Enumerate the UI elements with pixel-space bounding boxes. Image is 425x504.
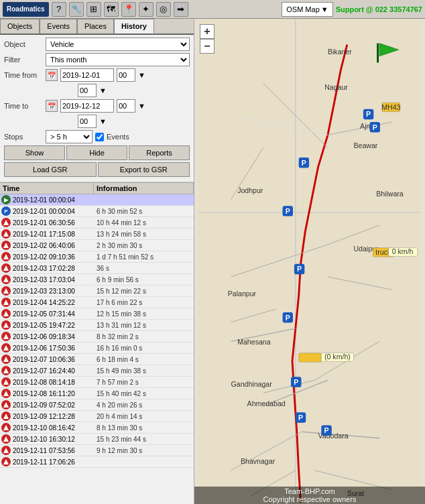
row-info: 7 h 57 min 2 s xyxy=(97,379,192,386)
svg-marker-6 xyxy=(3,288,9,294)
row-time: 2019-12-06 09:18:34 xyxy=(13,333,97,340)
svg-marker-3 xyxy=(3,254,9,259)
table-row[interactable]: 2019-12-01 06:30:5610 h 44 min 12 s xyxy=(0,217,194,229)
calendar-from-icon[interactable]: 📅 xyxy=(46,69,58,81)
svg-text:P: P xyxy=(298,414,303,422)
table-row[interactable]: 2019-12-10 16:30:1215 h 23 min 44 s xyxy=(0,434,194,445)
row-time: 2019-12-09 07:52:02 xyxy=(13,401,97,409)
circle-icon[interactable]: ◎ xyxy=(156,2,171,17)
hide-button[interactable]: Hide xyxy=(66,145,127,160)
table-row[interactable]: 2019-12-08 08:14:187 h 57 min 2 s xyxy=(0,377,194,388)
table-row[interactable]: 2019-12-04 14:25:2217 h 6 min 22 s xyxy=(0,297,194,308)
table-row[interactable]: 2019-12-06 17:50:3616 h 16 min 0 s xyxy=(0,342,194,354)
table-row[interactable]: 2019-12-11 17:06:26 xyxy=(0,456,194,468)
tab-events[interactable]: Events xyxy=(40,19,77,34)
show-button[interactable]: Show xyxy=(4,145,65,160)
pin-icon[interactable]: 📍 xyxy=(121,2,136,17)
nav-icon[interactable]: 🗺 xyxy=(104,2,119,17)
svg-text:(0 km/h): (0 km/h) xyxy=(324,353,351,361)
help-icon[interactable]: ? xyxy=(52,2,66,17)
row-info: 8 h 32 min 2 s xyxy=(97,333,192,340)
table-row[interactable]: 2019-12-08 16:11:2015 h 40 min 42 s xyxy=(0,388,194,399)
row-time: 2019-12-06 17:50:36 xyxy=(13,344,97,352)
svg-text:Bikaner: Bikaner xyxy=(328,48,352,56)
time-from-h-input[interactable] xyxy=(117,68,135,82)
map-svg: Bikaner Nagaur Ajmer Beawar Jodhpur Bhil… xyxy=(194,19,425,504)
table-row[interactable]: 2019-12-02 09:10:361 d 7 h 51 min 52 s xyxy=(0,251,194,263)
row-time: 2019-12-01 00:00:04 xyxy=(13,196,97,204)
date-to-input[interactable] xyxy=(60,99,114,113)
svg-text:MH43: MH43 xyxy=(381,103,400,111)
table-row[interactable]: 2019-12-03 17:03:046 h 9 min 56 s xyxy=(0,274,194,286)
row-icon xyxy=(1,286,11,296)
row-info: 16 h 16 min 0 s xyxy=(97,344,192,352)
row-time: 2019-12-03 23:13:00 xyxy=(13,288,97,295)
data-rows[interactable]: ▶2019-12-01 00:00:04P2019-12-01 00:00:04… xyxy=(0,194,194,504)
row-time: 2019-12-07 10:06:36 xyxy=(13,356,97,363)
grid-icon[interactable]: ⊞ xyxy=(86,2,101,17)
date-from-input[interactable] xyxy=(60,68,114,82)
table-row[interactable]: 2019-12-02 06:40:062 h 30 min 30 s xyxy=(0,240,194,251)
row-time: 2019-12-08 08:14:18 xyxy=(13,379,97,386)
main-layout: Objects Events Places History Object Veh… xyxy=(0,19,425,504)
row-time: 2019-12-04 14:25:22 xyxy=(13,299,97,306)
tools-icon[interactable]: 🔧 xyxy=(69,2,84,17)
table-row[interactable]: 2019-12-03 23:13:0015 h 12 min 22 s xyxy=(0,286,194,297)
row-icon xyxy=(1,366,11,375)
star-icon[interactable]: ✦ xyxy=(139,2,154,17)
table-row[interactable]: 2019-12-01 17:15:0813 h 24 min 58 s xyxy=(0,229,194,240)
svg-marker-19 xyxy=(3,436,9,442)
time-to-m-input[interactable] xyxy=(78,115,97,128)
table-row[interactable]: 2019-12-07 16:24:4015 h 49 min 38 s xyxy=(0,365,194,377)
tab-history[interactable]: History xyxy=(114,19,154,34)
svg-text:P: P xyxy=(373,123,377,131)
svg-marker-4 xyxy=(3,265,9,271)
table-row[interactable]: 2019-12-05 07:31:4412 h 15 min 38 s xyxy=(0,308,194,320)
support-text: Support @ 022 33574767 xyxy=(336,5,422,13)
stops-label: Stops xyxy=(4,133,43,141)
table-row[interactable]: P2019-12-01 00:00:046 h 30 min 52 s xyxy=(0,206,194,217)
watermark-line1: Team-BHP.com xyxy=(197,487,422,495)
row-info: 12 h 15 min 38 s xyxy=(97,310,192,318)
filter-select[interactable]: This month xyxy=(46,53,190,66)
tab-objects[interactable]: Objects xyxy=(0,19,40,34)
table-row[interactable]: 2019-12-09 07:52:024 h 20 min 26 s xyxy=(0,399,194,411)
table-row[interactable]: 2019-12-07 10:06:366 h 18 min 4 s xyxy=(0,354,194,365)
load-gsr-button[interactable]: Load GSR xyxy=(4,162,97,177)
row-info: 15 h 23 min 44 s xyxy=(97,436,192,443)
time-from-label: Time from xyxy=(4,71,43,79)
row-info: 17 h 6 min 22 s xyxy=(97,299,192,306)
table-row[interactable]: 2019-12-06 09:18:348 h 32 min 2 s xyxy=(0,331,194,342)
row-time: 2019-12-01 06:30:56 xyxy=(13,219,97,227)
row-icon xyxy=(1,332,11,341)
object-select[interactable]: Vehicle xyxy=(46,38,190,51)
row-time: 2019-12-01 00:00:04 xyxy=(13,208,97,215)
tab-places[interactable]: Places xyxy=(77,19,114,34)
object-row: Object Vehicle xyxy=(4,38,190,51)
calendar-to-icon[interactable]: 📅 xyxy=(46,100,58,112)
table-row[interactable]: 2019-12-09 12:12:2820 h 4 min 14 s xyxy=(0,411,194,422)
svg-marker-8 xyxy=(3,311,9,316)
zoom-in-button[interactable]: + xyxy=(200,24,215,39)
table-row[interactable]: 2019-12-11 07:53:569 h 12 min 30 s xyxy=(0,445,194,456)
arrow-icon[interactable]: ➡ xyxy=(174,2,188,17)
row-icon: ▶ xyxy=(1,195,11,204)
row-time: 2019-12-07 16:24:40 xyxy=(13,367,97,375)
export-gsr-button[interactable]: Export to GSR xyxy=(98,162,190,177)
table-row[interactable]: ▶2019-12-01 00:00:04 xyxy=(0,194,194,206)
stops-select[interactable]: > 5 h xyxy=(46,130,93,143)
map-type-button[interactable]: OSM Map ▼ xyxy=(282,2,332,17)
time-from-row: Time from 📅 ▼ xyxy=(4,68,190,82)
stops-checkbox[interactable] xyxy=(95,133,104,141)
table-row[interactable]: 2019-12-03 17:02:2836 s xyxy=(0,263,194,274)
watermark-line2: Copyright respective owners xyxy=(197,495,422,503)
time-from-m-input[interactable] xyxy=(78,84,97,97)
row-icon xyxy=(1,229,11,239)
time-to-h-input[interactable] xyxy=(117,99,135,113)
table-row[interactable]: 2019-12-10 08:16:428 h 13 min 30 s xyxy=(0,422,194,434)
svg-text:P: P xyxy=(324,426,329,434)
zoom-out-button[interactable]: − xyxy=(200,39,215,54)
table-row[interactable]: 2019-12-05 19:47:2213 h 31 min 12 s xyxy=(0,320,194,331)
reports-button[interactable]: Reports xyxy=(129,145,190,160)
row-info: 15 h 40 min 42 s xyxy=(97,390,192,397)
